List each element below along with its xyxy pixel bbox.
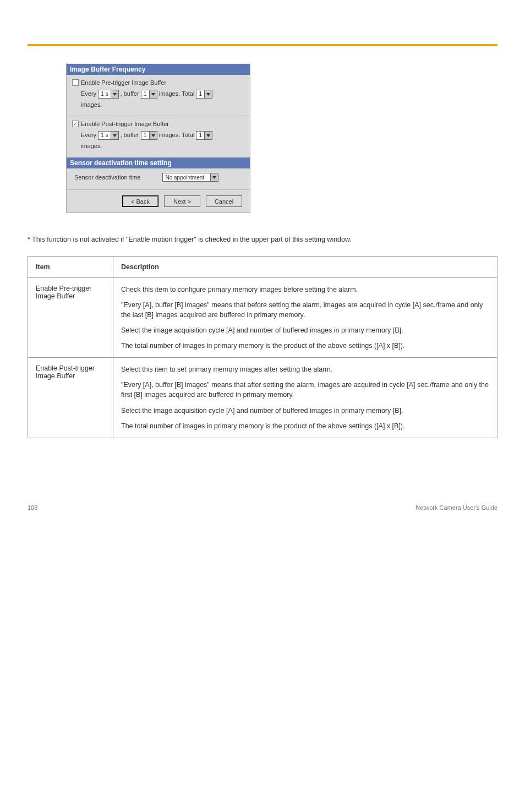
pre-interval-value: 1 s	[99, 89, 110, 100]
pre-count-select[interactable]: 1	[141, 90, 157, 99]
dropdown-arrow-icon	[204, 90, 212, 98]
description-paragraph: Select the image acquisition cycle [A] a…	[121, 406, 489, 416]
page-number: 108	[28, 504, 37, 511]
text-buffer: , buffer	[121, 132, 139, 138]
footer-title: Network Camera User's Guide	[415, 504, 497, 511]
description-paragraph: Select this item to set primary memory i…	[121, 364, 489, 374]
post-count-select[interactable]: 1	[141, 131, 157, 140]
dropdown-arrow-icon	[204, 132, 212, 139]
sensor-deactivation-row: Sensor deactivation time No appointment	[67, 168, 250, 189]
post-trigger-sentence: Every 1 s , buffer 1 images. Total 1 ima…	[81, 129, 244, 151]
post-interval-value: 1 s	[99, 130, 110, 141]
post-trigger-checkbox[interactable]: ✓	[72, 121, 79, 127]
back-button[interactable]: < Back	[122, 195, 158, 207]
sensor-deactivation-select[interactable]: No appointment	[162, 173, 218, 182]
settings-dialog: Image Buffer Frequency Enable Pre-trigge…	[66, 63, 250, 213]
post-total-value: 1	[196, 130, 204, 141]
pre-interval-select[interactable]: 1 s	[98, 90, 118, 99]
description-paragraph: "Every [A], buffer [B] images" means tha…	[121, 300, 489, 320]
description-paragraph: The total number of images in primary me…	[121, 421, 489, 431]
post-interval-select[interactable]: 1 s	[98, 131, 118, 140]
row-item-label: Enable Post-trigger Image Buffer	[28, 358, 113, 438]
dialog-button-row: < Back Next > Cancel	[67, 189, 250, 212]
next-button[interactable]: Next >	[164, 195, 200, 207]
definition-table: Item Description Enable Pre-trigger Imag…	[28, 256, 497, 438]
table-row: Enable Pre-trigger Image BufferCheck thi…	[28, 277, 497, 358]
dropdown-arrow-icon	[111, 132, 118, 139]
text-every: Every	[81, 90, 96, 97]
row-description: Select this item to set primary memory i…	[113, 358, 497, 438]
post-trigger-group: ✓ Enable Post-trigger Image Buffer Every…	[67, 116, 250, 157]
description-paragraph: Select the image acquisition cycle [A] a…	[121, 325, 489, 335]
page-footer: 108 Network Camera User's Guide	[28, 504, 497, 511]
cancel-button[interactable]: Cancel	[206, 195, 242, 207]
dropdown-arrow-icon	[210, 173, 218, 181]
pre-count-value: 1	[141, 89, 149, 100]
sensor-deactivation-header: Sensor deactivation time setting	[67, 157, 250, 168]
text-images-total: images. Total	[159, 90, 195, 97]
post-count-value: 1	[141, 130, 149, 141]
dropdown-arrow-icon	[149, 90, 157, 98]
pre-trigger-checkbox[interactable]	[72, 79, 79, 86]
text-buffer: , buffer	[121, 90, 139, 97]
pre-trigger-checkbox-label: Enable Pre-trigger Image Buffer	[81, 79, 166, 86]
text-images-total: images. Total	[159, 132, 195, 138]
row-item-label: Enable Pre-trigger Image Buffer	[28, 277, 113, 358]
post-total-select[interactable]: 1	[196, 131, 212, 140]
col-header-description: Description	[113, 256, 497, 277]
image-buffer-frequency-header: Image Buffer Frequency	[67, 63, 250, 75]
pre-trigger-sentence: Every 1 s , buffer 1 images. Total 1 ima…	[81, 88, 244, 110]
text-every: Every	[81, 132, 96, 138]
sensor-deactivation-label: Sensor deactivation time	[74, 174, 140, 181]
pre-total-select[interactable]: 1	[196, 90, 212, 99]
pre-trigger-group: Enable Pre-trigger Image Buffer Every 1 …	[67, 75, 250, 116]
text-images-tail: images.	[81, 101, 102, 108]
pre-total-value: 1	[196, 89, 204, 100]
description-paragraph: "Every [A], buffer [B] images" means tha…	[121, 380, 489, 400]
dropdown-arrow-icon	[149, 132, 157, 139]
table-row: Enable Post-trigger Image BufferSelect t…	[28, 358, 497, 438]
description-paragraph: The total number of images in primary me…	[121, 341, 489, 351]
dropdown-arrow-icon	[111, 90, 118, 98]
sensor-deactivation-value: No appointment	[163, 175, 210, 181]
col-header-item: Item	[28, 256, 113, 277]
post-trigger-checkbox-label: Enable Post-trigger Image Buffer	[81, 121, 169, 127]
description-paragraph: Check this item to configure primary mem…	[121, 285, 489, 295]
text-images-tail: images.	[81, 143, 102, 149]
footnote: * This function is not activated if "Ena…	[28, 235, 497, 245]
row-description: Check this item to configure primary mem…	[113, 277, 497, 358]
